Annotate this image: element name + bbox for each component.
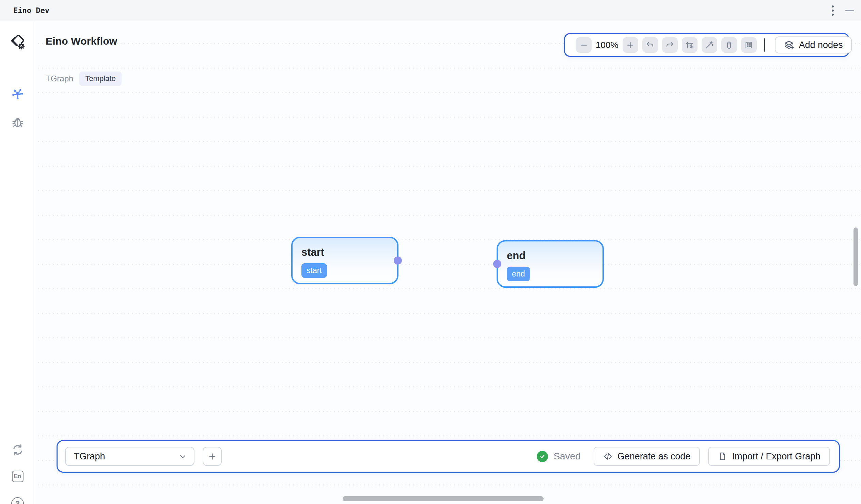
graph-select-value: TGraph — [74, 451, 105, 462]
generate-as-code-button[interactable]: Generate as code — [593, 447, 700, 466]
add-nodes-label: Add nodes — [799, 40, 843, 51]
file-icon — [718, 452, 727, 461]
breadcrumb: TGraph Template — [46, 71, 122, 86]
input-port[interactable] — [493, 260, 501, 268]
graph-name-label: TGraph — [46, 74, 73, 83]
output-port[interactable] — [394, 256, 402, 264]
workflow-canvas[interactable] — [36, 21, 861, 504]
eino-logo-icon[interactable] — [0, 33, 35, 52]
layers-plus-icon — [784, 40, 794, 51]
node-type-badge: start — [301, 263, 327, 278]
toolbar-divider — [764, 38, 765, 52]
sync-icon[interactable] — [0, 444, 35, 456]
magic-wand-icon[interactable] — [701, 37, 717, 53]
zoom-out-button[interactable] — [576, 37, 592, 53]
mouse-mode-icon[interactable] — [721, 37, 737, 53]
sidebar: En ? — [0, 21, 35, 504]
app-title: Eino Dev — [13, 6, 50, 15]
eino-dev-window: Eino Dev — [0, 0, 861, 504]
import-export-label: Import / Export Graph — [732, 451, 820, 462]
generate-as-code-label: Generate as code — [617, 451, 691, 462]
vertical-scrollbar-thumb[interactable] — [853, 228, 858, 286]
saved-check-icon — [537, 451, 548, 462]
undo-button[interactable] — [642, 37, 658, 53]
node-start[interactable]: start start — [291, 237, 398, 284]
add-nodes-button[interactable]: Add nodes — [775, 37, 852, 53]
auto-layout-icon[interactable] — [682, 37, 698, 53]
minimap-icon[interactable] — [741, 37, 757, 53]
bottom-bar: TGraph Saved Generate as code Import / E… — [56, 440, 840, 473]
save-status: Saved — [537, 451, 580, 462]
sidebar-item-workflow[interactable] — [0, 86, 35, 101]
kebab-menu-icon[interactable] — [830, 3, 836, 18]
chevron-down-icon — [178, 452, 187, 461]
add-graph-button[interactable] — [203, 447, 222, 466]
node-type-badge: end — [507, 267, 530, 281]
titlebar: Eino Dev — [0, 0, 861, 21]
zoom-level: 100% — [596, 40, 618, 51]
node-title: end — [507, 250, 593, 262]
import-export-button[interactable]: Import / Export Graph — [708, 447, 830, 466]
page-title: Eino Workflow — [46, 36, 117, 47]
language-icon[interactable]: En — [0, 471, 35, 482]
sidebar-item-debug[interactable] — [0, 115, 35, 129]
graph-select[interactable]: TGraph — [65, 447, 194, 466]
canvas-toolbar: 100% — [564, 33, 849, 57]
template-badge: Template — [79, 71, 121, 86]
minimize-button[interactable] — [845, 6, 855, 15]
horizontal-scrollbar-thumb[interactable] — [343, 496, 544, 501]
code-icon — [603, 452, 613, 461]
node-title: start — [301, 246, 388, 258]
zoom-in-button[interactable] — [623, 37, 638, 53]
help-icon[interactable]: ? — [0, 497, 35, 504]
redo-button[interactable] — [662, 37, 678, 53]
node-end[interactable]: end end — [496, 240, 604, 288]
saved-label: Saved — [554, 451, 580, 462]
plus-icon — [208, 452, 217, 461]
